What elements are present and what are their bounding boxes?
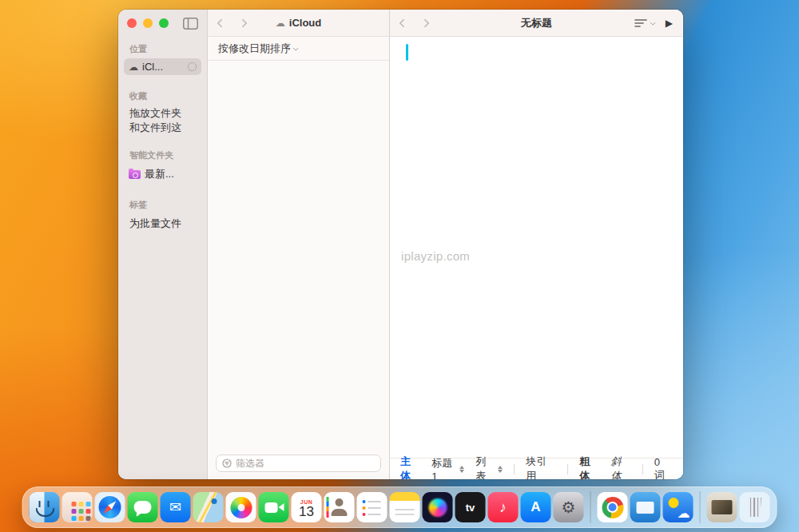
envelope-glyph: ✉	[169, 498, 181, 516]
color-pinwheel	[230, 497, 252, 518]
filter-field[interactable]	[216, 455, 381, 472]
sidebar-icon	[183, 18, 198, 30]
sidebar-header	[118, 10, 207, 37]
editor-content[interactable]: iplayzip.com	[390, 37, 683, 458]
trash-mesh	[747, 498, 763, 517]
style-blockquote-button[interactable]: 块引用	[526, 455, 556, 479]
style-italic-button[interactable]: 斜体	[611, 455, 631, 479]
music-note-glyph: ♪	[499, 499, 507, 516]
finder-face	[30, 492, 60, 522]
sidebar-item-label: 最新...	[145, 167, 174, 181]
text-lines-icon	[634, 18, 647, 28]
calendar-day: 13	[299, 505, 314, 519]
zoom-window-button[interactable]	[159, 18, 169, 28]
dock-app-store-icon[interactable]: A	[521, 492, 551, 522]
back-button[interactable]	[217, 18, 225, 27]
list-pane-title-text: iCloud	[289, 17, 321, 29]
minimize-window-button[interactable]	[143, 18, 153, 28]
dock-finder-icon[interactable]	[30, 492, 60, 522]
favorites-drop-hint[interactable]: 拖放文件夹 和文件到这	[129, 106, 199, 135]
list-pane-toolbar: ☁ iCloud	[208, 10, 389, 37]
style-list-label: 列表	[475, 455, 495, 479]
dock-photos-icon[interactable]	[226, 492, 256, 522]
filter-row	[208, 455, 389, 479]
sort-order-label: 按修改日期排序	[218, 42, 291, 56]
filter-input[interactable]	[236, 458, 375, 469]
dock-reminders-icon[interactable]	[357, 492, 388, 522]
style-italic-label: 斜体	[611, 455, 631, 479]
preview-play-button[interactable]: ▶	[666, 18, 673, 29]
toggle-sidebar-button[interactable]	[183, 18, 198, 30]
dock-messages-icon[interactable]	[128, 492, 158, 522]
sidebar-item-batch-files[interactable]: 为批量文件	[124, 214, 201, 233]
up-down-chevron-icon	[498, 466, 503, 473]
dock-apple-tv-icon[interactable]: tv	[455, 492, 486, 522]
dock-chrome-icon[interactable]	[598, 492, 628, 522]
style-list-button[interactable]: 列表	[475, 455, 503, 479]
sidebar-item-label: iCl...	[142, 61, 163, 73]
dock-mail-icon[interactable]: ✉	[161, 492, 191, 522]
word-count: 0 词	[654, 456, 673, 480]
divider	[514, 464, 515, 474]
style-blockquote-label: 块引用	[526, 455, 556, 479]
favorites-drop-hint-line2: 和文件到这	[129, 121, 199, 135]
dock-weather-icon[interactable]: ☁	[663, 492, 694, 522]
forward-button[interactable]	[420, 18, 429, 27]
dock-contacts-icon[interactable]	[324, 492, 355, 522]
forward-button[interactable]	[238, 18, 247, 27]
dock-facetime-icon[interactable]	[259, 492, 289, 522]
style-bold-label: 粗体	[579, 455, 599, 479]
editor-toolbar-actions: ▶	[634, 18, 673, 29]
close-window-button[interactable]	[127, 18, 137, 28]
dock-music-icon[interactable]: ♪	[488, 492, 519, 522]
desktop-wallpaper: 位置 ☁ iCl... 收藏 拖放文件夹 和文件到这 智能文件夹 最新... 标…	[0, 0, 799, 532]
sheet-list-empty	[208, 61, 389, 455]
video-camera	[265, 502, 278, 513]
dock-divider	[700, 491, 701, 523]
cloud-icon: ☁	[129, 62, 138, 72]
dock-music-wave-app-icon[interactable]	[423, 492, 453, 522]
smart-folder-icon	[129, 170, 141, 179]
tv-label: tv	[466, 502, 475, 514]
sort-order-button[interactable]: 按修改日期排序	[208, 37, 389, 61]
dock-screenshot-thumbnail-icon[interactable]	[707, 492, 737, 522]
dock-calendar-icon[interactable]: JUN 13	[292, 492, 322, 522]
text-cursor	[406, 44, 408, 61]
dock-launchpad-icon[interactable]	[62, 492, 93, 522]
dock-notes-icon[interactable]	[390, 492, 420, 522]
reminder-list	[363, 498, 382, 516]
compass-dial	[99, 496, 121, 518]
view-options-button[interactable]	[634, 18, 656, 28]
window-glyph	[637, 502, 654, 514]
color-wave	[428, 498, 447, 517]
window-controls	[127, 18, 169, 28]
app-window: 位置 ☁ iCl... 收藏 拖放文件夹 和文件到这 智能文件夹 最新... 标…	[118, 10, 683, 479]
cloud-icon: ☁	[678, 507, 690, 520]
sidebar: 位置 ☁ iCl... 收藏 拖放文件夹 和文件到这 智能文件夹 最新... 标…	[118, 10, 208, 479]
dock-safari-icon[interactable]	[95, 492, 125, 522]
gear-icon: ⚙	[562, 498, 576, 517]
style-bold-button[interactable]: 粗体	[579, 455, 599, 479]
sidebar-section-smart-folders: 智能文件夹	[129, 149, 207, 161]
sidebar-item-latest[interactable]: 最新...	[124, 165, 201, 184]
dock: ✉ JUN 13 tv ♪ A	[22, 486, 777, 528]
chrome-disc	[602, 497, 623, 518]
dock-trash-icon[interactable]	[740, 492, 770, 522]
watermark: iplayzip.com	[401, 249, 470, 263]
sidebar-section-tags: 标签	[129, 199, 207, 211]
dock-window-app-icon[interactable]	[630, 492, 661, 522]
dock-maps-icon[interactable]	[193, 492, 224, 522]
dock-system-settings-icon[interactable]: ⚙	[554, 492, 584, 522]
favorites-drop-hint-line1: 拖放文件夹	[129, 106, 199, 121]
sync-spinner-icon	[188, 62, 197, 71]
launchpad-grid	[71, 502, 76, 506]
cloud-icon: ☁	[276, 18, 285, 28]
style-body-label: 主体	[400, 455, 420, 479]
editor-title: 无标题	[521, 16, 552, 30]
dock-divider	[590, 491, 591, 523]
style-body-button[interactable]: 主体	[400, 455, 420, 479]
sidebar-item-icloud[interactable]: ☁ iCl...	[124, 58, 201, 75]
back-button[interactable]	[399, 18, 407, 27]
style-heading1-button[interactable]: 标题1	[431, 456, 464, 480]
filter-icon	[222, 459, 232, 468]
